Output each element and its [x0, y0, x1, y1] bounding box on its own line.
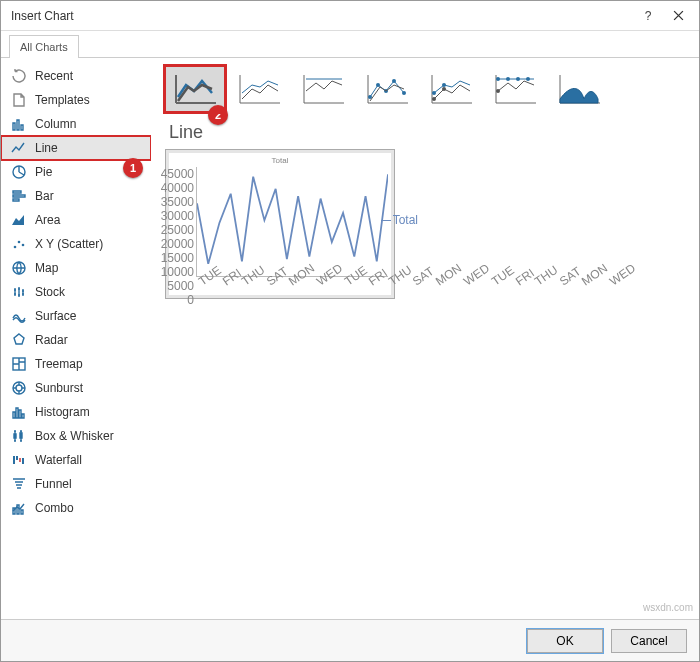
box-whisker-icon [11, 428, 27, 444]
sidebar-item-label: Surface [35, 309, 76, 323]
sidebar-item-label: Area [35, 213, 60, 227]
sidebar-item-label: Waterfall [35, 453, 82, 467]
sidebar-item-label: Box & Whisker [35, 429, 114, 443]
sidebar-item-label: Histogram [35, 405, 90, 419]
subtype-100-stacked-line-markers[interactable] [485, 66, 545, 112]
sidebar-item-column[interactable]: Column [1, 112, 151, 136]
sidebar-item-scatter[interactable]: X Y (Scatter) [1, 232, 151, 256]
sidebar-item-recent[interactable]: Recent [1, 64, 151, 88]
line-basic-icon [172, 71, 218, 107]
sidebar-item-label: Recent [35, 69, 73, 83]
svg-point-2 [18, 241, 21, 244]
sidebar-item-line[interactable]: Line 1 [1, 136, 151, 160]
panel-title: Line [169, 122, 685, 143]
sidebar-item-radar[interactable]: Radar [1, 328, 151, 352]
sidebar-item-label: Treemap [35, 357, 83, 371]
funnel-icon [11, 476, 27, 492]
svg-point-21 [496, 89, 500, 93]
column-icon [11, 116, 27, 132]
sidebar-item-templates[interactable]: Templates [1, 88, 151, 112]
sidebar-item-boxwhisker[interactable]: Box & Whisker [1, 424, 151, 448]
svg-point-7 [16, 385, 22, 391]
chart-title: Total [172, 156, 388, 165]
subtype-line-markers[interactable] [357, 66, 417, 112]
svg-point-15 [392, 79, 396, 83]
map-icon [11, 260, 27, 276]
chart-preview[interactable]: Total 4500040000350003000025000200001500… [165, 149, 395, 299]
bar-icon [11, 188, 27, 204]
sidebar: Recent Templates Column Line 1 Pie Bar A… [1, 58, 151, 618]
y-axis: 4500040000350003000025000200001500010000… [172, 167, 196, 277]
close-icon [673, 10, 684, 21]
sidebar-item-label: Sunburst [35, 381, 83, 395]
sidebar-item-waterfall[interactable]: Waterfall [1, 448, 151, 472]
sidebar-item-pie[interactable]: Pie [1, 160, 151, 184]
cancel-button[interactable]: Cancel [611, 629, 687, 653]
svg-rect-8 [13, 456, 15, 464]
svg-point-23 [506, 77, 510, 81]
subtype-stacked-line-markers[interactable] [421, 66, 481, 112]
svg-point-17 [432, 97, 436, 101]
subtype-stacked-line[interactable] [229, 66, 289, 112]
tab-all-charts[interactable]: All Charts [9, 35, 79, 58]
svg-point-13 [376, 83, 380, 87]
content: Recent Templates Column Line 1 Pie Bar A… [1, 58, 699, 618]
stock-icon [11, 284, 27, 300]
treemap-icon [11, 356, 27, 372]
subtype-row: 2 [165, 66, 685, 112]
stacked-line-markers-icon [428, 71, 474, 107]
svg-point-16 [402, 91, 406, 95]
line-icon [11, 140, 27, 156]
sidebar-item-surface[interactable]: Surface [1, 304, 151, 328]
area-icon [11, 212, 27, 228]
100stacked-line-icon [300, 71, 346, 107]
sidebar-item-label: X Y (Scatter) [35, 237, 103, 251]
ok-button[interactable]: OK [527, 629, 603, 653]
subtype-line[interactable]: 2 [165, 66, 225, 112]
svg-point-1 [14, 246, 17, 249]
line-markers-icon [364, 71, 410, 107]
sidebar-item-combo[interactable]: Combo [1, 496, 151, 520]
svg-point-22 [496, 77, 500, 81]
histogram-icon [11, 404, 27, 420]
dialog-title: Insert Chart [11, 9, 633, 23]
tabs: All Charts [1, 31, 699, 57]
sidebar-item-label: Map [35, 261, 58, 275]
svg-point-19 [432, 91, 436, 95]
legend: Total [381, 213, 418, 227]
close-button[interactable] [663, 2, 693, 30]
templates-icon [11, 92, 27, 108]
3d-line-icon [556, 71, 602, 107]
sidebar-item-stock[interactable]: Stock [1, 280, 151, 304]
sidebar-item-sunburst[interactable]: Sunburst [1, 376, 151, 400]
sidebar-item-map[interactable]: Map [1, 256, 151, 280]
help-button[interactable]: ? [633, 2, 663, 30]
svg-rect-9 [16, 456, 18, 460]
sidebar-item-histogram[interactable]: Histogram [1, 400, 151, 424]
x-axis: TUEFRITHUSATMONWEDTUEFRITHUSATMONWEDTUEF… [172, 277, 388, 291]
chart-body: 4500040000350003000025000200001500010000… [172, 167, 388, 277]
subtype-3d-line[interactable] [549, 66, 609, 112]
recent-icon [11, 68, 27, 84]
panel: 2 Line Total 450004000035000300002500020… [151, 58, 699, 618]
watermark: wsxdn.com [643, 602, 693, 613]
combo-icon [11, 500, 27, 516]
svg-point-3 [22, 244, 25, 247]
svg-rect-11 [22, 458, 24, 464]
pie-icon [11, 164, 27, 180]
surface-icon [11, 308, 27, 324]
sidebar-item-funnel[interactable]: Funnel [1, 472, 151, 496]
sidebar-item-treemap[interactable]: Treemap [1, 352, 151, 376]
svg-rect-10 [19, 458, 21, 462]
footer: OK Cancel [1, 619, 699, 661]
sidebar-item-label: Line [35, 141, 58, 155]
sidebar-item-label: Funnel [35, 477, 72, 491]
sidebar-item-label: Combo [35, 501, 74, 515]
subtype-100-stacked-line[interactable] [293, 66, 353, 112]
sidebar-item-label: Column [35, 117, 76, 131]
sidebar-item-bar[interactable]: Bar [1, 184, 151, 208]
sidebar-item-area[interactable]: Area [1, 208, 151, 232]
scatter-icon [11, 236, 27, 252]
callout-2: 2 [208, 105, 228, 125]
sunburst-icon [11, 380, 27, 396]
